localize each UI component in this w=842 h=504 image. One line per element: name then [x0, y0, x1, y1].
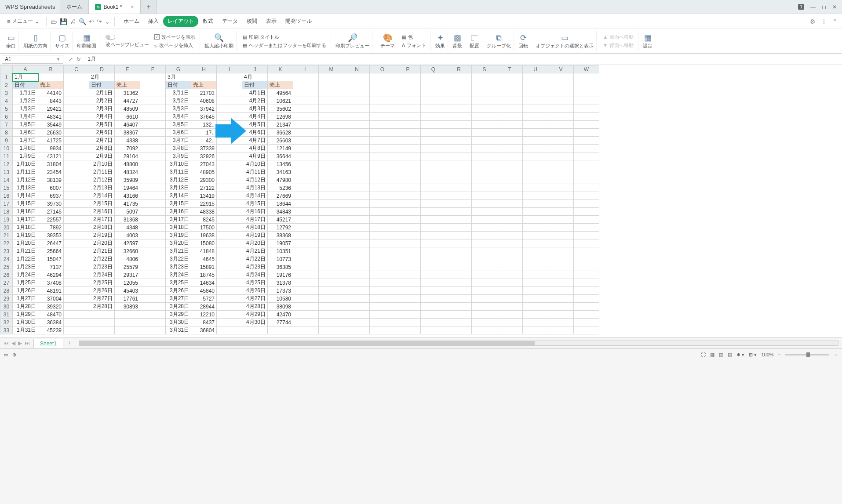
cell-R13[interactable]	[446, 168, 472, 176]
cell-L23[interactable]	[293, 247, 319, 255]
cell-B15[interactable]: 6007	[38, 184, 64, 192]
cell-D32[interactable]	[89, 319, 115, 326]
cell-N8[interactable]	[344, 129, 370, 137]
cell-S7[interactable]	[472, 121, 497, 129]
doc-tab-book1[interactable]: S Book1 * ×	[89, 0, 140, 14]
row-header-2[interactable]: 2	[0, 81, 13, 89]
cell-F30[interactable]	[140, 303, 166, 311]
cell-R33[interactable]	[446, 326, 472, 334]
cell-V23[interactable]	[548, 247, 574, 255]
cell-F18[interactable]	[140, 208, 166, 216]
cell-I7[interactable]	[217, 121, 242, 129]
cell-P10[interactable]	[395, 145, 421, 152]
cell-S18[interactable]	[472, 208, 497, 216]
cell-J18[interactable]: 4月16日	[242, 208, 268, 216]
cell-T26[interactable]	[497, 271, 523, 279]
cell-B18[interactable]: 27145	[38, 208, 64, 216]
cell-R12[interactable]	[446, 160, 472, 168]
print-area-button[interactable]: ▦印刷範囲	[74, 31, 99, 51]
zoom-value[interactable]: 100%	[761, 352, 773, 357]
cell-Q11[interactable]	[421, 152, 446, 160]
cell-B8[interactable]: 26630	[38, 129, 64, 137]
cell-P14[interactable]	[395, 176, 421, 184]
cell-W2[interactable]	[574, 81, 599, 89]
cell-V17[interactable]	[548, 200, 574, 208]
cell-P23[interactable]	[395, 247, 421, 255]
cell-M7[interactable]	[319, 121, 344, 129]
cell-S1[interactable]	[472, 73, 497, 81]
cell-B11[interactable]: 43121	[38, 152, 64, 160]
show-page-break-checkbox[interactable]: ✓改ページを表示	[153, 33, 196, 41]
cell-U19[interactable]	[523, 216, 548, 224]
cell-W7[interactable]	[574, 121, 599, 129]
row-header-6[interactable]: 6	[0, 113, 13, 121]
cell-T17[interactable]	[497, 200, 523, 208]
row-header-11[interactable]: 11	[0, 152, 13, 160]
cell-W32[interactable]	[574, 319, 599, 326]
cell-V26[interactable]	[548, 271, 574, 279]
cell-W6[interactable]	[574, 113, 599, 121]
cell-U24[interactable]	[523, 255, 548, 263]
cell-R5[interactable]	[446, 105, 472, 113]
cell-M31[interactable]	[319, 311, 344, 319]
cell-A26[interactable]: 1月24日	[13, 271, 38, 279]
cell-E19[interactable]: 31368	[115, 216, 140, 224]
cell-R11[interactable]	[446, 152, 472, 160]
cell-S20[interactable]	[472, 224, 497, 232]
cell-F19[interactable]	[140, 216, 166, 224]
cell-J26[interactable]: 4月24日	[242, 271, 268, 279]
cell-P12[interactable]	[395, 160, 421, 168]
cell-W5[interactable]	[574, 105, 599, 113]
zoom-out-icon[interactable]: −	[778, 352, 781, 357]
cell-E10[interactable]: 7092	[115, 145, 140, 152]
row-header-26[interactable]: 26	[0, 271, 13, 279]
doc-tab-home[interactable]: ホーム	[60, 0, 89, 14]
cell-F5[interactable]	[140, 105, 166, 113]
cell-G20[interactable]: 3月18日	[166, 224, 191, 232]
cell-O14[interactable]	[370, 176, 395, 184]
cell-A30[interactable]: 1月28日	[13, 303, 38, 311]
cell-E32[interactable]	[115, 319, 140, 326]
cell-D12[interactable]: 2月10日	[89, 160, 115, 168]
cell-O27[interactable]	[370, 279, 395, 287]
cell-Q10[interactable]	[421, 145, 446, 152]
cell-H14[interactable]: 29300	[191, 176, 217, 184]
cell-U32[interactable]	[523, 319, 548, 326]
group-button[interactable]: ⧉グループ化	[484, 31, 514, 51]
cell-C25[interactable]	[64, 263, 89, 271]
cell-L16[interactable]	[293, 192, 319, 200]
cell-J23[interactable]: 4月21日	[242, 247, 268, 255]
cell-F8[interactable]	[140, 129, 166, 137]
cell-M3[interactable]	[319, 89, 344, 97]
cell-I31[interactable]	[217, 311, 242, 319]
cell-A22[interactable]: 1月20日	[13, 239, 38, 247]
cell-C26[interactable]	[64, 271, 89, 279]
cell-L18[interactable]	[293, 208, 319, 216]
redo-icon[interactable]: ↷	[97, 18, 102, 25]
cell-F14[interactable]	[140, 176, 166, 184]
cell-N13[interactable]	[344, 168, 370, 176]
cell-G25[interactable]: 3月23日	[166, 263, 191, 271]
cell-L30[interactable]	[293, 303, 319, 311]
row-header-28[interactable]: 28	[0, 287, 13, 295]
col-header-L[interactable]: L	[293, 65, 319, 73]
cell-R25[interactable]	[446, 263, 472, 271]
cell-U31[interactable]	[523, 311, 548, 319]
undo-icon[interactable]: ↶	[89, 18, 94, 25]
cell-P5[interactable]	[395, 105, 421, 113]
cell-V29[interactable]	[548, 295, 574, 303]
cell-G10[interactable]: 3月8日	[166, 145, 191, 152]
cell-F26[interactable]	[140, 271, 166, 279]
cell-J19[interactable]: 4月17日	[242, 216, 268, 224]
cell-E29[interactable]: 17761	[115, 295, 140, 303]
row-header-29[interactable]: 29	[0, 295, 13, 303]
cell-J31[interactable]: 4月29日	[242, 311, 268, 319]
cell-F10[interactable]	[140, 145, 166, 152]
cell-M4[interactable]	[319, 97, 344, 105]
cell-N26[interactable]	[344, 271, 370, 279]
cell-E9[interactable]: 4338	[115, 137, 140, 145]
row-header-7[interactable]: 7	[0, 121, 13, 129]
view-normal-icon[interactable]: ▦	[710, 352, 714, 358]
cell-G15[interactable]: 3月13日	[166, 184, 191, 192]
cell-D1[interactable]: 2月	[89, 73, 115, 81]
